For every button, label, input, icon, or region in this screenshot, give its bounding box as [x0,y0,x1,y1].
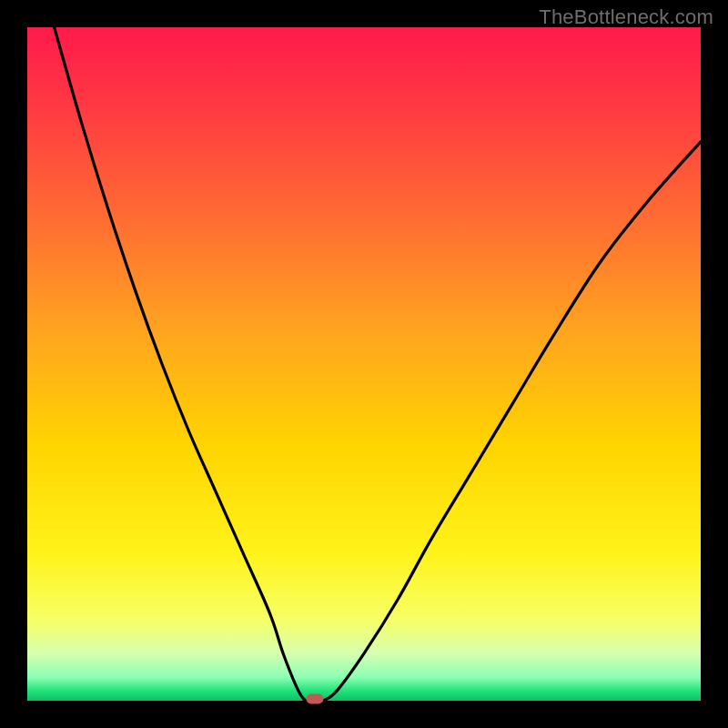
curve-layer [27,27,701,701]
optimal-marker [306,693,323,703]
plot-area [27,27,701,701]
chart-frame: TheBottleneck.com [0,0,728,728]
watermark-text: TheBottleneck.com [539,5,713,29]
bottleneck-curve [55,27,701,701]
